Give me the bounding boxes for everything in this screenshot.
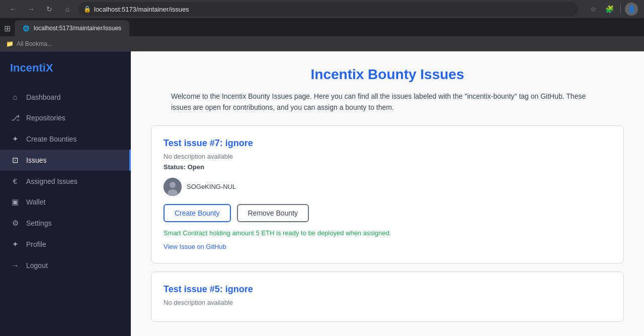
sidebar-item-dashboard[interactable]: ⌂ Dashboard xyxy=(0,87,131,107)
tab-grid-button[interactable]: ⊞ xyxy=(4,24,11,33)
tab-favicon: 🌐 xyxy=(23,25,30,32)
issue-status: Status: Open xyxy=(164,163,611,171)
home-button[interactable]: ⌂ xyxy=(60,2,74,16)
page-title: Incentix Bounty Issues xyxy=(151,66,624,83)
settings-icon: ⚙ xyxy=(10,219,20,228)
avatar-image xyxy=(164,178,182,196)
sidebar-item-label: Profile xyxy=(26,240,46,248)
sidebar-item-label: Assigned Issues xyxy=(26,177,77,185)
repositories-icon: ⎇ xyxy=(10,113,20,122)
logout-icon: → xyxy=(10,261,20,270)
issue-card-7: Test issue #7: ignore No description ava… xyxy=(151,125,624,263)
bookmark-bar: 📁 All Bookma... xyxy=(0,36,644,51)
issue-card-5: Test issue #5: ignore No description ava… xyxy=(151,272,624,322)
issue-description: No description available xyxy=(164,153,611,160)
issue-title: Test issue #5: ignore xyxy=(164,284,611,295)
view-github-link[interactable]: View Issue on GitHub xyxy=(164,243,226,250)
sidebar-item-label: Settings xyxy=(26,219,52,227)
sidebar: IncentiX ⌂ Dashboard ⎇ Repositories ✦ Cr… xyxy=(0,51,131,336)
smart-contract-message: Smart Contract holding amount 5 ETH is r… xyxy=(164,229,611,237)
logo-text: Incenti xyxy=(10,61,46,74)
forward-button[interactable]: → xyxy=(24,2,38,16)
svg-point-1 xyxy=(170,182,176,188)
sidebar-item-wallet[interactable]: ▣ Wallet xyxy=(0,191,131,213)
profile-avatar[interactable]: 👤 xyxy=(625,3,638,16)
sidebar-item-label: Wallet xyxy=(26,198,45,206)
status-label: Status: xyxy=(164,163,186,171)
bookmark-folder-icon: 📁 xyxy=(6,40,14,47)
sidebar-item-issues[interactable]: ⊡ Issues xyxy=(0,150,131,171)
wallet-icon: ▣ xyxy=(10,197,20,207)
sidebar-item-label: Logout xyxy=(26,261,48,270)
sidebar-nav: ⌂ Dashboard ⎇ Repositories ✦ Create Boun… xyxy=(0,87,131,326)
sidebar-item-label: Issues xyxy=(26,156,46,164)
bookmark-button[interactable]: ☆ xyxy=(586,2,600,16)
status-value: Open xyxy=(188,163,204,171)
create-bounty-button[interactable]: Create Bounty xyxy=(164,204,231,222)
sidebar-item-logout[interactable]: → Logout xyxy=(0,255,131,276)
extensions-button[interactable]: 🧩 xyxy=(602,2,616,16)
sidebar-item-create-bounties[interactable]: ✦ Create Bounties xyxy=(0,128,131,150)
address-bar[interactable]: 🔒 localhost:5173/maintainer/issues xyxy=(78,2,578,16)
issue-actions: Create Bounty Remove Bounty xyxy=(164,204,611,222)
sidebar-item-profile[interactable]: ✦ Profile xyxy=(0,234,131,255)
issues-icon: ⊡ xyxy=(10,156,20,165)
main-content: Incentix Bounty Issues Welcome to the In… xyxy=(131,51,644,336)
tab-label: localhost:5173/maintainer/issues xyxy=(34,25,121,32)
issue-description: No description available xyxy=(164,299,611,306)
author-avatar xyxy=(164,178,182,196)
sidebar-logo: IncentiX xyxy=(0,61,131,87)
create-bounties-icon: ✦ xyxy=(10,135,20,144)
back-button[interactable]: ← xyxy=(6,2,20,16)
browser-actions: ☆ 🧩 👤 xyxy=(586,2,638,16)
issue-author: SOGeKING-NUL xyxy=(164,178,611,196)
lock-icon: 🔒 xyxy=(84,6,91,13)
url-text: localhost:5173/maintainer/issues xyxy=(94,6,189,13)
tab-bar: ⊞ 🌐 localhost:5173/maintainer/issues xyxy=(0,18,644,36)
sidebar-item-label: Repositories xyxy=(26,114,65,122)
sidebar-item-label: Dashboard xyxy=(26,93,61,101)
issue-title: Test issue #7: ignore xyxy=(164,138,611,149)
logo-highlight: X xyxy=(46,61,53,74)
browser-toolbar: ← → ↻ ⌂ 🔒 localhost:5173/maintainer/issu… xyxy=(0,0,644,18)
page-description: Welcome to the Incentix Bounty Issues pa… xyxy=(171,91,604,113)
assigned-issues-icon: € xyxy=(10,177,20,185)
app-container: IncentiX ⌂ Dashboard ⎇ Repositories ✦ Cr… xyxy=(0,51,644,336)
dashboard-icon: ⌂ xyxy=(10,93,20,101)
browser-chrome: ← → ↻ ⌂ 🔒 localhost:5173/maintainer/issu… xyxy=(0,0,644,51)
profile-icon: ✦ xyxy=(10,240,20,249)
author-name: SOGeKING-NUL xyxy=(187,183,236,190)
active-tab[interactable]: 🌐 localhost:5173/maintainer/issues xyxy=(15,20,129,36)
bookmark-label: All Bookma... xyxy=(17,40,52,47)
sidebar-item-label: Create Bounties xyxy=(26,135,76,143)
reload-button[interactable]: ↻ xyxy=(42,2,56,16)
remove-bounty-button[interactable]: Remove Bounty xyxy=(237,204,309,222)
sidebar-item-repositories[interactable]: ⎇ Repositories xyxy=(0,107,131,128)
sidebar-item-settings[interactable]: ⚙ Settings xyxy=(0,213,131,234)
sidebar-item-assigned-issues[interactable]: € Assigned Issues xyxy=(0,171,131,191)
